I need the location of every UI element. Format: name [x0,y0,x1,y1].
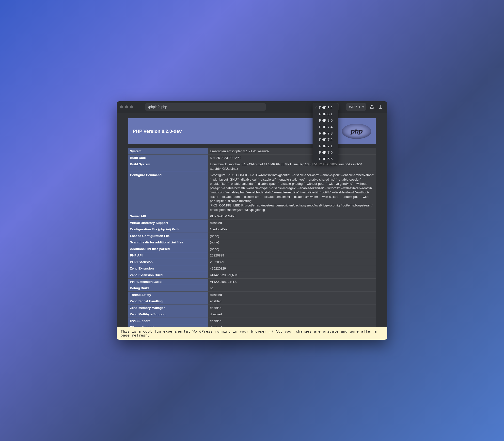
table-value: PHP WASM SAPI [208,213,376,220]
table-key: PHP Extension Build [128,278,208,285]
table-key: DTrace Support [128,324,208,327]
php-version-menu-item[interactable]: PHP 5.6 [313,155,338,162]
app-window: /phpinfo.php WP 6.1 PHP 8.2PHP 8.1PHP 8.… [117,101,387,340]
phpinfo-header: PHP Version 8.2.0-dev php [128,118,376,144]
php-version-menu-item[interactable]: PHP 7.0 [313,149,338,155]
php-version-menu-item[interactable]: PHP 7.3 [313,130,338,136]
table-row: Zend Multibyte Supportdisabled [128,311,376,318]
table-value: disabled [208,291,376,298]
php-version-menu: PHP 8.2PHP 8.1PHP 8.0PHP 7.4PHP 7.3PHP 7… [313,103,338,163]
table-row: Configuration File (php.ini) Path/usr/lo… [128,226,376,233]
titlebar: /phpinfo.php WP 6.1 PHP 8.2PHP 8.1PHP 8.… [117,101,387,113]
table-value: /usr/local/etc [208,226,376,233]
table-key: Configure Command [128,172,208,213]
table-row: Build DateMar 25 2023 08:12:52 [128,154,376,161]
table-key: Scan this dir for additional .ini files [128,239,208,246]
table-row: Additional .ini files parsed(none) [128,246,376,252]
table-key: IPv6 Support [128,318,208,324]
table-value: Mar 25 2023 08:12:52 [208,154,376,161]
table-key: Thread Safety [128,291,208,298]
table-row: Virtual Directory Supportdisabled [128,220,376,226]
table-key: Zend Signal Handling [128,298,208,305]
table-value: (none) [208,246,376,252]
table-key: Zend Extension [128,265,208,272]
table-value: disabled [208,220,376,226]
table-key: Virtual Directory Support [128,220,208,226]
table-value: no [208,285,376,292]
table-key: Loaded Configuration File [128,233,208,239]
table-key: PHP Extension [128,259,208,265]
table-key: Additional .ini files parsed [128,246,208,252]
table-key: Build System [128,161,208,172]
table-key: Zend Memory Manager [128,305,208,311]
php-version-menu-item[interactable]: PHP 8.2 [313,104,338,111]
php-version-menu-item[interactable]: PHP 8.0 [313,117,338,123]
table-value: 420220829 [208,265,376,272]
table-row: Zend Extension BuildAPI420220829,NTS [128,272,376,279]
table-key: Zend Extension Build [128,272,208,279]
table-value: 20220829 [208,252,376,259]
table-row: Zend Extension420220829 [128,265,376,272]
table-row: IPv6 Supportenabled [128,318,376,324]
table-value: 20220829 [208,259,376,265]
table-key: PHP API [128,252,208,259]
wp-version-dropdown[interactable]: WP 6.1 [346,103,366,111]
traffic-zoom-icon[interactable] [130,105,133,108]
php-logo-text: php [351,127,362,135]
table-row: Zend Signal Handlingenabled [128,298,376,305]
table-value: (none) [208,233,376,239]
table-value: enabled [208,318,376,324]
table-row: PHP Extension20220829 [128,259,376,265]
table-row: PHP API20220829 [128,252,376,259]
table-value: disabled [208,324,376,327]
footer-banner: This is a cool fun experimental WordPres… [117,327,387,340]
wp-version-label: WP 6.1 [349,105,360,109]
table-value: Emscripten emscripten 3.1.21 #1 wasm32 [208,148,376,155]
traffic-minimize-icon[interactable] [125,105,128,108]
table-row: DTrace Supportdisabled [128,324,376,327]
table-row: Thread Safetydisabled [128,291,376,298]
table-value: API420220829,NTS [208,272,376,279]
address-bar[interactable]: /phpinfo.php [145,103,266,111]
chevron-down-icon [362,106,364,108]
table-row: Scan this dir for additional .ini files(… [128,239,376,246]
table-value: disabled [208,311,376,318]
table-row: Server APIPHP WASM SAPI [128,213,376,220]
download-button[interactable] [378,104,384,110]
table-value: API20220829,NTS [208,278,376,285]
php-logo: php [342,124,371,139]
share-icon [369,104,374,109]
traffic-lights [120,105,133,108]
table-row: Zend Memory Managerenabled [128,305,376,311]
share-button[interactable] [369,104,375,110]
table-value: './configure' 'PKG_CONFIG_PATH=/root/lib… [208,172,376,213]
table-key: Server API [128,213,208,220]
table-key: Build Date [128,154,208,161]
table-key: Debug Build [128,285,208,292]
table-row: Build SystemLinux buildkitsandbox 5.15.4… [128,161,376,172]
page-title: PHP Version 8.2.0-dev [133,129,182,134]
php-version-menu-item[interactable]: PHP 7.2 [313,136,338,143]
download-icon [378,104,383,109]
table-key: Configuration File (php.ini) Path [128,226,208,233]
table-value: enabled [208,298,376,305]
table-value: Linux buildkitsandbox 5.15.49-linuxkit #… [208,161,376,172]
table-row: SystemEmscripten emscripten 3.1.21 #1 wa… [128,148,376,155]
address-bar-value: /phpinfo.php [148,105,167,109]
phpinfo-table: SystemEmscripten emscripten 3.1.21 #1 wa… [128,148,376,327]
php-version-menu-item[interactable]: PHP 8.1 [313,111,338,117]
php-version-menu-item[interactable]: PHP 7.4 [313,123,338,130]
table-key: Zend Multibyte Support [128,311,208,318]
table-value: (none) [208,239,376,246]
table-key: System [128,148,208,155]
table-row: PHP Extension BuildAPI20220829,NTS [128,278,376,285]
table-row: Configure Command'./configure' 'PKG_CONF… [128,172,376,213]
table-row: Loaded Configuration File(none) [128,233,376,239]
traffic-close-icon[interactable] [120,105,123,108]
page-content[interactable]: PHP Version 8.2.0-dev php SystemEmscript… [117,113,387,327]
table-value: enabled [208,305,376,311]
footer-text: This is a cool fun experimental WordPres… [121,329,377,337]
table-row: Debug Buildno [128,285,376,292]
php-version-menu-item[interactable]: PHP 7.1 [313,143,338,149]
